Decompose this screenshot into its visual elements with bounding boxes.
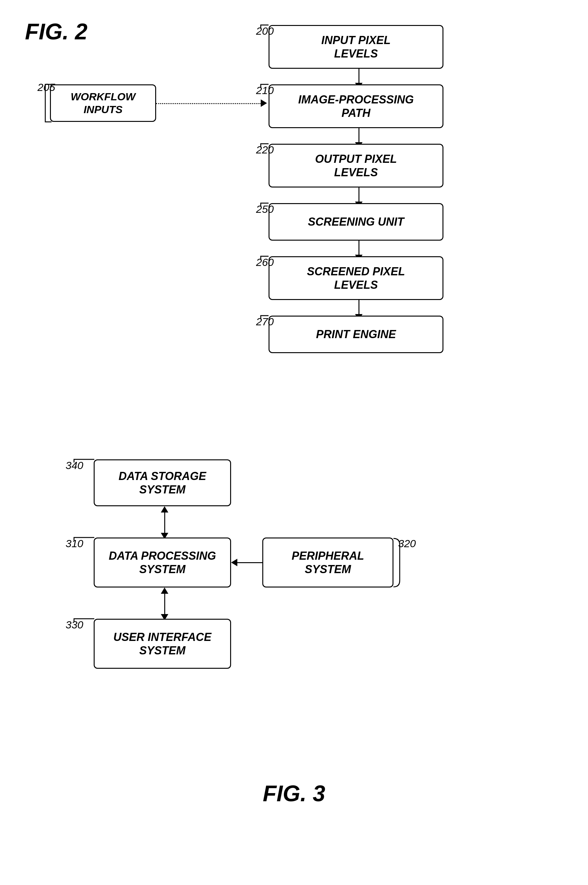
bracket-220 (259, 143, 270, 148)
print-engine-node: PRINT ENGINE (268, 316, 443, 353)
bracket-310 (72, 537, 96, 542)
fig3-title: FIG. 3 (25, 781, 563, 806)
output-pixel-node: OUTPUT PIXELLEVELS (268, 144, 443, 188)
data-storage-node: DATA STORAGESYSTEM (94, 459, 231, 506)
dotted-arrow-head (261, 99, 267, 107)
bracket-320 (392, 537, 401, 588)
bracket-210 (259, 84, 270, 89)
dotted-arrow-workflow (156, 103, 262, 104)
fig2-title: FIG. 2 (25, 19, 87, 44)
arrow-processing-ui (161, 587, 168, 620)
workflow-inputs-node: WORKFLOW INPUTS (50, 84, 156, 122)
image-processing-node: IMAGE-PROCESSINGPATH (268, 84, 443, 128)
arrow-storage-processing (161, 506, 168, 539)
bracket-330 (72, 618, 96, 623)
fig2-section: FIG. 2 WORKFLOW INPUTS 205 INPUT PIXELLE… (25, 19, 563, 425)
fig3-diagram: DATA STORAGESYSTEM 340 DATA PROCESSINGSY… (25, 450, 563, 731)
input-pixel-node: INPUT PIXELLEVELS (268, 25, 443, 69)
screening-unit-node: SCREENING UNIT (268, 203, 443, 241)
bracket-250 (259, 203, 270, 207)
peripheral-system-node: PERIPHERALSYSTEM (262, 537, 393, 587)
page: FIG. 2 WORKFLOW INPUTS 205 INPUT PIXELLE… (0, 0, 588, 885)
fig3-section: DATA STORAGESYSTEM 340 DATA PROCESSINGSY… (25, 450, 563, 825)
data-processing-node: DATA PROCESSINGSYSTEM (94, 537, 231, 587)
user-interface-node: USER INTERFACESYSTEM (94, 619, 231, 669)
screened-pixel-node: SCREENED PIXELLEVELS (268, 256, 443, 300)
bracket-340 (72, 459, 96, 464)
bracket-270 (259, 315, 270, 320)
bracket-260 (259, 256, 270, 260)
bracket-205 (44, 83, 53, 123)
bracket-200 (259, 24, 270, 29)
